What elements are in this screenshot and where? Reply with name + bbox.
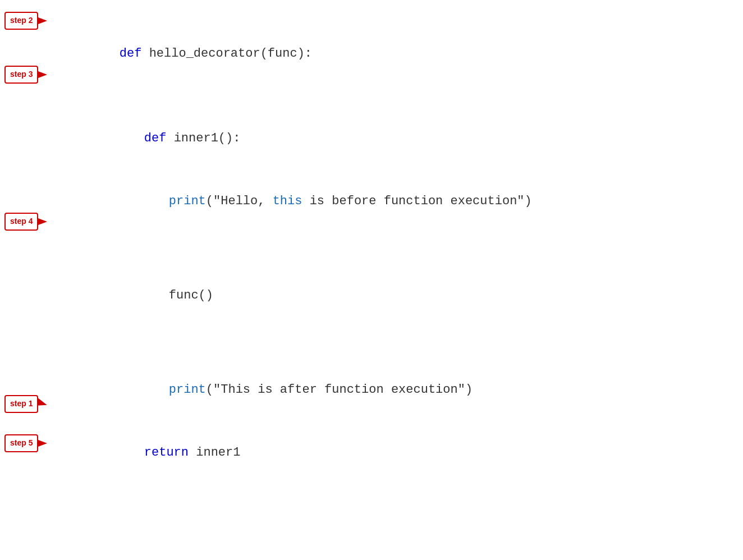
print-1: print bbox=[120, 194, 206, 208]
step4-badge: step 4 bbox=[4, 213, 38, 231]
empty-line-5 bbox=[90, 348, 732, 359]
code-line-def2: def function_to_be_used(): bbox=[90, 537, 732, 560]
empty-line-3 bbox=[90, 254, 732, 264]
step3-badge: step 3 bbox=[4, 66, 38, 84]
this-word: this bbox=[273, 194, 302, 208]
code-line-print2: print("This is after function execution"… bbox=[90, 359, 732, 421]
keyword-def-2: def bbox=[120, 131, 174, 145]
keyword-return: return bbox=[120, 446, 196, 460]
code-line-3: print("Hello, this is before function ex… bbox=[90, 169, 732, 232]
code-container: step 2 def hello_decorator(func): step 3 bbox=[0, 0, 743, 560]
keyword-def-1: def bbox=[120, 47, 149, 61]
print-2: print bbox=[120, 383, 206, 397]
step1-badge: step 1 bbox=[4, 395, 38, 413]
return-inner1: inner1 bbox=[196, 446, 240, 460]
code-line-func: func() bbox=[90, 264, 732, 327]
code-line-1: def hello_decorator(func): bbox=[90, 22, 732, 85]
empty-line-4 bbox=[90, 327, 732, 348]
empty-line-6 bbox=[90, 484, 732, 506]
inner1-def: inner1(): bbox=[174, 131, 241, 145]
empty-line-8 bbox=[90, 527, 732, 537]
step2-badge: step 2 bbox=[4, 12, 38, 30]
empty-line-7 bbox=[90, 506, 732, 527]
empty-line-2 bbox=[90, 233, 732, 254]
empty-line-1 bbox=[90, 85, 732, 107]
func-name-1: hello_decorator(func): bbox=[149, 47, 312, 61]
code-line-2: def inner1(): bbox=[90, 107, 732, 169]
code-line-return: return inner1 bbox=[90, 421, 732, 484]
step5-badge: step 5 bbox=[4, 434, 38, 452]
print-1-args: ("Hello, bbox=[206, 194, 273, 208]
print-1-rest: is before function execution") bbox=[302, 194, 531, 208]
func-call: func() bbox=[120, 288, 213, 302]
print-2-args: ("This is after function execution") bbox=[206, 383, 473, 397]
